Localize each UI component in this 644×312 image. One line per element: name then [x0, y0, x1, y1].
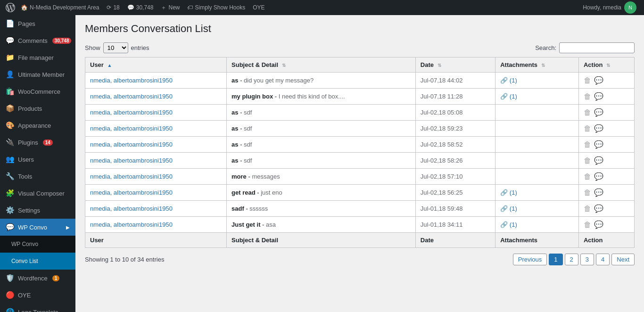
- subject-bold: as: [231, 157, 238, 164]
- delete-button[interactable]: 🗑: [584, 140, 591, 149]
- wordpress-logo[interactable]: [4, 0, 17, 15]
- delete-button[interactable]: 🗑: [584, 156, 591, 165]
- user-cell: nmedia, albertoambrosini1950: [85, 217, 227, 233]
- user-link[interactable]: nmedia, albertoambrosini1950: [90, 93, 173, 100]
- tag-icon: 🏷: [187, 4, 193, 11]
- table-row: nmedia, albertoambrosini1950get read - j…: [85, 185, 635, 201]
- sidebar-item-file-manager[interactable]: 📁 File manager: [0, 49, 75, 66]
- entries-select[interactable]: 10 25 50 100: [103, 42, 128, 53]
- users-icon: 👥: [6, 155, 14, 164]
- delete-button[interactable]: 🗑: [584, 189, 591, 197]
- ultimate-member-icon: 👤: [6, 70, 14, 79]
- page-4-button[interactable]: 4: [596, 254, 610, 265]
- attachment-link[interactable]: 🔗 (1): [500, 205, 574, 212]
- reply-button[interactable]: 💬: [594, 108, 603, 117]
- attachments-cell: 🔗 (1): [495, 73, 579, 89]
- delete-button[interactable]: 🗑: [584, 124, 591, 133]
- attachment-link[interactable]: 🔗 (1): [500, 93, 574, 100]
- sidebar-item-products[interactable]: 📦 Products: [0, 100, 75, 117]
- adminbar-updates[interactable]: ⟳ 18: [103, 0, 123, 15]
- subject-bold: my plugin box: [231, 93, 273, 100]
- col-user[interactable]: User ▲: [85, 57, 227, 73]
- delete-button[interactable]: 🗑: [584, 172, 591, 181]
- previous-button[interactable]: Previous: [513, 254, 547, 265]
- reply-button[interactable]: 💬: [594, 124, 603, 133]
- reply-button[interactable]: 💬: [594, 140, 603, 149]
- sidebar-item-wp-convo[interactable]: 💬 WP Convo ▶: [0, 219, 75, 236]
- sidebar-item-settings[interactable]: ⚙️ Settings: [0, 202, 75, 219]
- user-link[interactable]: nmedia, albertoambrosini1950: [90, 173, 173, 180]
- delete-button[interactable]: 🗑: [584, 92, 591, 101]
- attachment-link[interactable]: 🔗 (1): [500, 77, 574, 84]
- subject-preview: did you get my message?: [244, 77, 314, 84]
- delete-button[interactable]: 🗑: [584, 108, 591, 117]
- action-cell: 🗑💬: [578, 169, 634, 185]
- user-link[interactable]: nmedia, albertoambrosini1950: [90, 141, 173, 148]
- sidebar-item-tools[interactable]: 🔧 Tools: [0, 168, 75, 185]
- sidebar-item-appearance[interactable]: 🎨 Appearance: [0, 117, 75, 134]
- col-subject[interactable]: Subject & Detail ⇅: [227, 57, 416, 73]
- sidebar-item-oye[interactable]: 🔴 OYE: [0, 287, 75, 304]
- sidebar-sub-wp-convo[interactable]: WP Convo: [0, 236, 75, 253]
- plugin-label: Simply Show Hooks: [195, 4, 245, 11]
- adminbar-user[interactable]: Howdy, nmedia N: [579, 1, 640, 14]
- reply-button[interactable]: 💬: [594, 204, 603, 213]
- attachment-link[interactable]: 🔗 (1): [500, 221, 574, 228]
- sidebar-item-woocommerce[interactable]: 🛍️ WooCommerce: [0, 83, 75, 100]
- subject-bold: as: [231, 125, 238, 132]
- page-2-button[interactable]: 2: [565, 254, 578, 265]
- sidebar-sub-convo-list[interactable]: Convo List: [0, 253, 75, 270]
- user-cell: nmedia, albertoambrosini1950: [85, 169, 227, 185]
- adminbar-oye[interactable]: OYE: [249, 0, 268, 15]
- col-date[interactable]: Date ⇅: [415, 57, 495, 73]
- user-link[interactable]: nmedia, albertoambrosini1950: [90, 205, 173, 212]
- adminbar-new[interactable]: ＋ New: [157, 0, 183, 15]
- sidebar-item-pages[interactable]: 📄 Pages: [0, 15, 75, 32]
- table-row: nmedia, albertoambrosini1950sadf - sssss…: [85, 201, 635, 217]
- plugins-badge: 14: [43, 140, 53, 146]
- attachments-cell: [495, 137, 579, 153]
- sidebar-item-users[interactable]: 👥 Users: [0, 151, 75, 168]
- action-cell: 🗑💬: [578, 73, 634, 89]
- user-link[interactable]: nmedia, albertoambrosini1950: [90, 221, 173, 228]
- reply-button[interactable]: 💬: [594, 76, 603, 85]
- sidebar-item-plugins[interactable]: 🔌 Plugins 14: [0, 134, 75, 151]
- user-link[interactable]: nmedia, albertoambrosini1950: [90, 109, 173, 116]
- next-button[interactable]: Next: [611, 254, 635, 265]
- delete-button[interactable]: 🗑: [584, 221, 591, 229]
- table-row: nmedia, albertoambrosini1950as - sdfJul-…: [85, 153, 635, 169]
- delete-button[interactable]: 🗑: [584, 76, 591, 85]
- attachments-cell: 🔗 (1): [495, 217, 579, 233]
- page-3-button[interactable]: 3: [580, 254, 594, 265]
- reply-button[interactable]: 💬: [594, 220, 603, 229]
- sidebar-item-label: Settings: [18, 207, 40, 214]
- sort-attachments-icon: ⇅: [541, 63, 545, 68]
- sidebar-item-comments[interactable]: 💬 Comments 30,748: [0, 32, 75, 49]
- reply-button[interactable]: 💬: [594, 92, 603, 101]
- search-input[interactable]: [559, 42, 635, 53]
- reply-button[interactable]: 💬: [594, 188, 603, 197]
- user-link[interactable]: nmedia, albertoambrosini1950: [90, 125, 173, 132]
- page-1-button[interactable]: 1: [549, 254, 562, 265]
- sidebar-item-ultimate-member[interactable]: 👤 Ultimate Member: [0, 66, 75, 83]
- adminbar-plugin[interactable]: 🏷 Simply Show Hooks: [183, 0, 249, 15]
- sidebar-item-logo-translate[interactable]: 🌐 Logo Translate: [0, 304, 75, 312]
- user-link[interactable]: nmedia, albertoambrosini1950: [90, 157, 173, 164]
- sidebar-item-visual-composer[interactable]: 🧩 Visual Composer: [0, 185, 75, 202]
- user-link[interactable]: nmedia, albertoambrosini1950: [90, 189, 173, 196]
- appearance-icon: 🎨: [6, 121, 14, 130]
- delete-button[interactable]: 🗑: [584, 205, 591, 213]
- col-attachments[interactable]: Attachments ⇅: [495, 57, 579, 73]
- adminbar-site[interactable]: 🏠 N-Media Development Area: [17, 0, 103, 15]
- attachment-link[interactable]: 🔗 (1): [500, 189, 574, 196]
- logo-translate-icon: 🌐: [6, 308, 14, 312]
- foot-col-attachments: Attachments: [495, 233, 579, 248]
- sidebar-item-wordfence[interactable]: 🛡️ Wordfence 1: [0, 270, 75, 287]
- col-action[interactable]: Action ⇅: [578, 57, 634, 73]
- table-row: nmedia, albertoambrosini1950Just get it …: [85, 217, 635, 233]
- user-link[interactable]: nmedia, albertoambrosini1950: [90, 77, 173, 84]
- adminbar-comments[interactable]: 💬 30,748: [124, 0, 157, 15]
- subject-cell: sadf - ssssss: [227, 201, 416, 217]
- reply-button[interactable]: 💬: [594, 172, 603, 181]
- reply-button[interactable]: 💬: [594, 156, 603, 165]
